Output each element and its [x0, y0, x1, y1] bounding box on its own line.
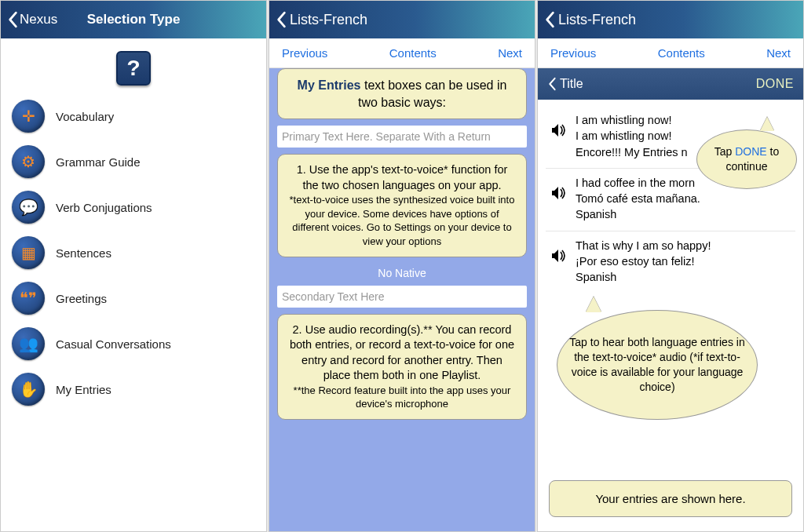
menu-item-sentences[interactable]: ▦ Sentences	[1, 230, 266, 275]
entry-line-3: Spanish	[576, 269, 711, 285]
menu-item-vocabulary[interactable]: ✛ Vocabulary	[1, 93, 266, 139]
header: Lists-French	[269, 1, 535, 38]
entry-lines: I had coffee in the morn Tomó café esta …	[576, 175, 700, 223]
card1-fine: *text-to-voice uses the synthesized voic…	[289, 193, 515, 248]
bottom-card: Your entries are shown here.	[549, 480, 792, 517]
panel-selection-type: Nexus Selection Type ? ✛ Vocabulary ⚙ Gr…	[0, 0, 267, 532]
quotes-icon: ❝❞	[12, 282, 45, 315]
people-icon: 👥	[12, 327, 45, 360]
header: Nexus Selection Type	[1, 1, 266, 38]
entries-body: I am whistling now! I am whistling now! …	[538, 100, 803, 531]
no-native-label: No Native	[277, 264, 527, 286]
bottom-card-text: Your entries are shown here.	[595, 492, 745, 505]
menu-label: Verb Conjugations	[56, 201, 152, 214]
back-label: Lists-French	[290, 12, 367, 28]
entry-line-2: ¡Por eso estoy tan feliz!	[576, 253, 711, 269]
menu-list: ✛ Vocabulary ⚙ Grammar Guide 💬 Verb Conj…	[1, 93, 266, 412]
card-step-1: 1. Use the app's text-to-voice* function…	[277, 154, 527, 257]
subnav: Previous Contents Next	[538, 38, 803, 68]
page-title: Selection Type	[87, 12, 181, 27]
titlebar-back-label: Title	[560, 77, 583, 91]
nav-previous[interactable]: Previous	[550, 46, 596, 60]
entry-line-1: That is why I am so happy!	[576, 238, 711, 253]
menu-label: Greetings	[56, 292, 107, 305]
bubble1-pre: Tap	[714, 145, 735, 158]
nav-next[interactable]: Next	[766, 46, 791, 60]
speech-icon: 💬	[12, 191, 45, 224]
menu-label: Casual Conversations	[56, 337, 171, 351]
intro-bold: My Entries	[298, 78, 361, 92]
nav-previous[interactable]: Previous	[282, 46, 327, 60]
speaker-icon[interactable]	[549, 186, 569, 200]
entry-lines: I am whistling now! I am whistling now! …	[576, 112, 688, 160]
help-button[interactable]: ?	[116, 51, 151, 86]
secondary-text-input[interactable]: Secondary Text Here	[277, 286, 527, 308]
menu-item-casual[interactable]: 👥 Casual Conversations	[1, 321, 266, 366]
entry-line-3: Spanish	[576, 206, 700, 222]
tutorial-body: My Entries text boxes can be used in two…	[269, 68, 535, 531]
back-label: Nexus	[20, 12, 57, 27]
card2-fine: **the Record feature built into the app …	[289, 384, 515, 411]
entry-lines: That is why I am so happy! ¡Por eso esto…	[576, 238, 711, 286]
menu-label: My Entries	[56, 383, 111, 396]
entry-line-2: I am whistling now!	[576, 128, 688, 144]
entry-line-2: Tomó café esta mañana.	[576, 191, 700, 206]
bubble1-done: DONE	[735, 145, 766, 158]
chevron-left-icon	[544, 11, 555, 28]
panel-tutorial-1: Lists-French Previous Contents Next My E…	[269, 0, 535, 532]
back-button[interactable]: Lists-French	[276, 11, 367, 28]
entry-line-1: I had coffee in the morn	[576, 175, 700, 191]
nav-contents[interactable]: Contents	[389, 46, 437, 60]
speaker-icon[interactable]	[549, 123, 569, 137]
card-step-2: 2. Use audio recording(s).** You can rec…	[277, 314, 527, 420]
hand-icon: ✋	[12, 373, 45, 406]
back-label: Lists-French	[558, 12, 636, 28]
menu-label: Sentences	[56, 246, 111, 260]
tooltip-done: Tap DONE to continue	[696, 129, 797, 189]
menu-label: Vocabulary	[56, 110, 114, 123]
header: Lists-French	[538, 1, 803, 38]
card2-main: 2. Use audio recording(s).** You can rec…	[289, 322, 515, 384]
titlebar: Title DONE	[538, 68, 803, 100]
nav-contents[interactable]: Contents	[658, 46, 705, 60]
card1-main: 1. Use the app's text-to-voice* function…	[289, 162, 515, 193]
panel-tutorial-2: Lists-French Previous Contents Next Titl…	[537, 0, 804, 532]
blocks-icon: ▦	[12, 236, 45, 269]
intro-rest: text boxes can be used in two basic ways…	[358, 78, 506, 109]
titlebar-back[interactable]: Title	[547, 77, 583, 91]
list-item[interactable]: That is why I am so happy! ¡Por eso esto…	[546, 231, 795, 293]
menu-item-grammar[interactable]: ⚙ Grammar Guide	[1, 139, 266, 184]
nav-next[interactable]: Next	[498, 46, 522, 60]
subnav: Previous Contents Next	[269, 38, 535, 68]
chevron-left-icon	[547, 77, 557, 91]
tooltip-speaker: Tap to hear both language entries in the…	[557, 310, 758, 420]
primary-text-input[interactable]: Primary Text Here. Separate With a Retur…	[277, 126, 527, 148]
entry-line-1: I am whistling now!	[576, 112, 688, 128]
menu-label: Grammar Guide	[56, 155, 141, 169]
help-wrap: ?	[1, 38, 266, 93]
puzzle-icon: ✛	[12, 100, 45, 133]
bubble2-text: Tap to hear both language entries in the…	[567, 335, 747, 395]
done-button[interactable]: DONE	[756, 77, 794, 91]
gears-icon: ⚙	[12, 145, 45, 178]
back-button[interactable]: Nexus	[7, 11, 57, 28]
back-button[interactable]: Lists-French	[544, 11, 636, 28]
menu-item-myentries[interactable]: ✋ My Entries	[1, 366, 266, 412]
intro-card: My Entries text boxes can be used in two…	[277, 68, 527, 119]
chevron-left-icon	[7, 11, 18, 28]
chevron-left-icon	[276, 11, 287, 28]
speaker-icon[interactable]	[549, 249, 569, 263]
menu-item-greetings[interactable]: ❝❞ Greetings	[1, 275, 266, 321]
entry-line-3: Encore!!! My Entries n	[576, 144, 688, 160]
menu-item-verb[interactable]: 💬 Verb Conjugations	[1, 184, 266, 230]
